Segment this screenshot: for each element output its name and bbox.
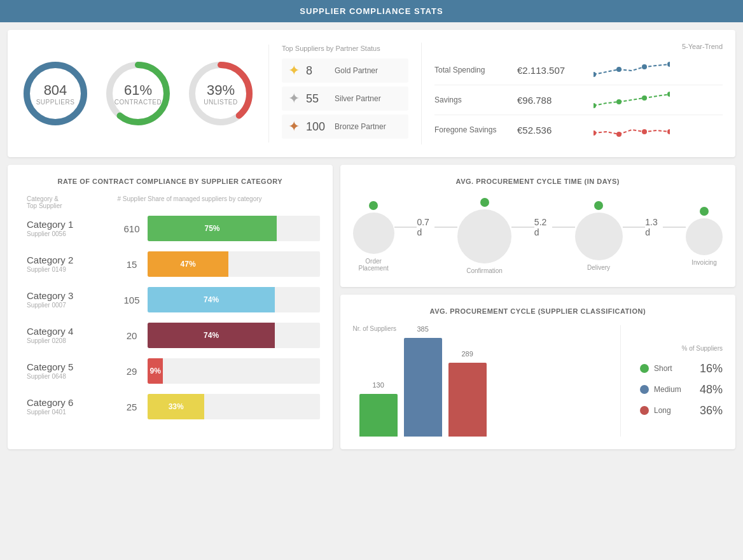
cat-3-bar: 74% xyxy=(148,287,275,312)
category-3-row: Category 3 Supplier 0007 105 74% xyxy=(20,287,320,312)
suppliers-value: 804 xyxy=(36,82,75,99)
compliance-title: RATE OF CONTRACT COMPLIANCE BY SUPPLIER … xyxy=(20,178,320,185)
page: SUPPLIER COMPLIANCE STATS 804 SUPPLIERS xyxy=(0,0,743,560)
bronze-star-icon: ✦ xyxy=(288,118,300,135)
flow-line-3 xyxy=(511,227,534,228)
suppliers-label: SUPPLIERS xyxy=(36,99,75,106)
partner-section: Top Suppliers by Partner Status ✦ 8 Gold… xyxy=(268,45,408,143)
silver-partner-row: ✦ 55 Silver Partner xyxy=(282,87,408,111)
svg-point-9 xyxy=(667,62,670,67)
cat-3-name: Category 3 xyxy=(27,291,109,302)
col-category-header: Category &Top Supplier xyxy=(27,195,116,209)
classification-title: AVG. PROCUREMENT CYCLE (SUPPLIER CLASSIF… xyxy=(353,307,723,315)
svg-point-15 xyxy=(616,132,621,137)
cat-6-bar-wrap: 33% xyxy=(148,394,320,419)
cat-3-supplier: Supplier 0007 xyxy=(27,302,116,309)
savings-trend xyxy=(594,90,723,109)
cat-4-count: 20 xyxy=(116,330,148,341)
cat-4-bar: 74% xyxy=(148,323,275,348)
silver-label: Silver Partner xyxy=(335,94,381,103)
cycle-flow: OrderPlacement 0.7 d Confirmation xyxy=(353,198,723,274)
flow-line-4 xyxy=(552,227,575,228)
foregone-savings-label: Foregone Savings xyxy=(434,125,511,134)
cat-3-count: 105 xyxy=(116,295,148,305)
legend-short-label: Short xyxy=(654,364,695,373)
svg-point-11 xyxy=(616,99,621,104)
legend-long: Long 36% xyxy=(640,404,723,417)
svg-point-14 xyxy=(594,130,596,136)
flow-dot-order xyxy=(369,201,378,210)
cat-4-name: Category 4 xyxy=(27,326,109,337)
foregone-savings-value: €52.536 xyxy=(517,125,587,136)
svg-point-10 xyxy=(594,103,596,108)
cat-6-name: Category 6 xyxy=(27,398,109,409)
bronze-partner-row: ✦ 100 Bronze Partner xyxy=(282,115,408,139)
silver-count: 55 xyxy=(306,92,328,106)
gold-partner-row: ✦ 8 Gold Partner xyxy=(282,59,408,83)
bar-medium: 385 xyxy=(404,325,442,437)
legend-medium-dot xyxy=(640,385,649,394)
svg-point-17 xyxy=(667,129,670,134)
bar-long: 289 xyxy=(448,350,487,437)
class-bar-chart: Nr. of Suppliers 130 385 289 xyxy=(353,325,601,437)
bronze-count: 100 xyxy=(306,120,328,134)
x-axis-label: Nr. of Suppliers xyxy=(353,325,601,332)
cat-3-name-wrap: Category 3 Supplier 0007 xyxy=(27,291,116,309)
gold-label: Gold Partner xyxy=(335,66,378,75)
bars-area: 130 385 289 xyxy=(353,335,601,437)
partner-section-title: Top Suppliers by Partner Status xyxy=(282,45,408,52)
class-chart-area: Nr. of Suppliers 130 385 289 xyxy=(353,325,723,437)
right-col: AVG. PROCUREMENT CYCLE TIME (IN DAYS) Or… xyxy=(340,165,735,449)
cat-6-supplier: Supplier 0401 xyxy=(27,409,116,416)
contracted-donut-wrap: 61% CONTRACTED xyxy=(103,59,173,129)
contracted-label: CONTRACTED xyxy=(115,99,162,106)
cat-5-name: Category 5 xyxy=(27,362,109,373)
unlisted-value: 39% xyxy=(204,82,237,99)
bar-long-label: 289 xyxy=(461,350,473,358)
page-header: SUPPLIER COMPLIANCE STATS xyxy=(0,0,743,22)
flow-value-3: 1.3 d xyxy=(645,217,663,237)
gold-count: 8 xyxy=(306,64,328,78)
category-2-row: Category 2 Supplier 0149 15 47% xyxy=(20,251,320,277)
cat-4-supplier: Supplier 0208 xyxy=(27,337,116,344)
cat-6-bar: 33% xyxy=(148,394,204,419)
contracted-value: 61% xyxy=(115,82,162,99)
cat-1-count: 610 xyxy=(116,223,148,234)
cat-6-count: 25 xyxy=(116,402,148,412)
cat-2-supplier: Supplier 0149 xyxy=(27,266,116,273)
page-title: SUPPLIER COMPLIANCE STATS xyxy=(300,6,443,16)
legend-area: % of Suppliers Short 16% Medium 48% xyxy=(640,325,723,437)
cat-1-name-wrap: Category 1 Supplier 0056 xyxy=(27,220,116,237)
flow-line-2 xyxy=(434,227,457,228)
bronze-label: Bronze Partner xyxy=(335,122,386,131)
flow-node-confirm: Confirmation xyxy=(457,198,511,274)
cat-6-name-wrap: Category 6 Supplier 0401 xyxy=(27,398,116,416)
cat-5-count: 29 xyxy=(116,366,148,377)
flow-line-1 xyxy=(394,227,417,228)
flow-dot-delivery xyxy=(594,201,603,210)
flow-dot-confirm xyxy=(480,198,489,207)
bar-short-fill xyxy=(359,394,398,437)
flow-label-delivery: Delivery xyxy=(587,264,610,271)
category-4-row: Category 4 Supplier 0208 20 74% xyxy=(20,323,320,348)
y-axis-label: % of Suppliers xyxy=(640,345,723,352)
chart-divider xyxy=(620,325,621,437)
foregone-savings-trend xyxy=(594,120,723,139)
category-1-row: Category 1 Supplier 0056 610 75% xyxy=(20,216,320,241)
gold-star-icon: ✦ xyxy=(288,62,300,79)
cycle-panel: AVG. PROCUREMENT CYCLE TIME (IN DAYS) Or… xyxy=(340,165,735,287)
cat-2-count: 15 xyxy=(116,259,148,270)
cat-4-name-wrap: Category 4 Supplier 0208 xyxy=(27,326,116,344)
suppliers-donut-wrap: 804 SUPPLIERS xyxy=(20,59,90,129)
cat-3-bar-wrap: 74% xyxy=(148,287,320,312)
flow-node-invoice: Invoicing xyxy=(686,207,723,266)
cat-5-name-wrap: Category 5 Supplier 0648 xyxy=(27,362,116,380)
cat-2-bar-wrap: 47% xyxy=(148,251,320,277)
donut-section: 804 SUPPLIERS 61% CONTRACTED xyxy=(20,59,256,129)
unlisted-label: UNLISTED xyxy=(204,99,237,106)
flow-value-2: 5.2 d xyxy=(534,217,552,237)
flow-label-invoice: Invoicing xyxy=(691,259,716,266)
compliance-header: Category &Top Supplier # Supplier Share … xyxy=(20,195,320,209)
svg-point-7 xyxy=(616,67,621,72)
legend-short-pct: 16% xyxy=(700,362,723,375)
